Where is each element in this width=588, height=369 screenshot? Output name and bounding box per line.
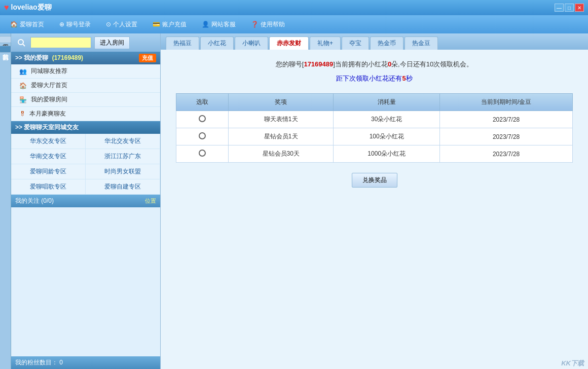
tab-duobao[interactable]: 夺宝 (342, 36, 369, 50)
tab-hot-gold-bean[interactable]: 热金豆 (405, 36, 438, 50)
friends-icon: 👥 (19, 68, 27, 75)
nav-charge[interactable]: 💳 账户充值 (153, 20, 187, 29)
position-button[interactable]: 位置 (145, 197, 156, 205)
menu-item-friends[interactable]: 👥 同城聊友推荐 (11, 64, 160, 79)
tab-xiaolaba[interactable]: 小喇叭 (235, 36, 268, 50)
nav-settings[interactable]: ⊙ 个人设置 (106, 20, 137, 29)
tab-bar: 热福豆 小红花 小喇叭 赤赤发财 礼物+ 夺宝 热金币 热金豆 (161, 33, 588, 50)
room-icon: 🏪 (19, 96, 27, 103)
prize-name-2: 星钻会员1天 (229, 128, 334, 145)
settings-icon: ⊙ (106, 21, 111, 28)
my-aichat-header: >> 我的爱聊 (17169489) 充值 (11, 52, 160, 64)
close-button[interactable]: ✕ (575, 4, 584, 12)
radio-button-3[interactable] (199, 150, 206, 157)
charge-button[interactable]: 充值 (139, 54, 156, 62)
right-content: 热福豆 小红花 小喇叭 赤赤发财 礼物+ 夺宝 热金币 热金豆 您的聊号[171… (161, 33, 588, 369)
search-button[interactable] (15, 36, 27, 49)
col-header-cost: 消耗量 (334, 94, 440, 111)
tab-xiaohonghua[interactable]: 小红花 (200, 36, 234, 50)
col-header-select: 选取 (176, 94, 229, 111)
login-icon: ⊕ (59, 21, 64, 28)
region-section-header: >> 爱聊聊天室同城交友 (11, 121, 160, 134)
region-fashion[interactable]: 时尚男女联盟 (86, 164, 160, 179)
menu-item-home[interactable]: 🏠 爱聊大厅首页 (11, 79, 160, 93)
maximize-button[interactable]: □ (565, 4, 574, 12)
nav-service[interactable]: 👤 网站客服 (202, 20, 236, 29)
side-tabs: 聊天大厅 我的留言 (0, 33, 11, 369)
follow-list-area (11, 207, 160, 356)
radio-button-2[interactable] (199, 132, 206, 139)
exchange-button[interactable]: 兑换奖品 (352, 173, 397, 188)
side-tab-chat-hall[interactable]: 聊天大厅 (0, 36, 11, 43)
prize-name-3: 星钻会员30天 (229, 145, 334, 163)
charge-icon: 💳 (153, 21, 160, 28)
logo-text: loveliao爱聊 (11, 3, 52, 12)
prize-name-1: 聊天表情1天 (229, 111, 334, 128)
tab-gift-plus[interactable]: 礼物+ (310, 36, 341, 50)
prize-cost-2: 100朵小红花 (334, 128, 440, 145)
radio-cell-1[interactable] (176, 111, 229, 128)
tab-chichibogai[interactable]: 赤赤发财 (269, 36, 309, 50)
region-grid: 华东交友专区 华北交友专区 华南交友专区 浙江江苏广东 爱聊同龄专区 时尚男女联… (11, 134, 160, 195)
radio-cell-3[interactable] (176, 145, 229, 163)
table-row: 聊天表情1天 30朵小红花 2023/7/28 (176, 111, 573, 128)
table-row: 星钻会员30天 1000朵小红花 2023/7/28 (176, 145, 573, 163)
region-age[interactable]: 爱聊同龄专区 (11, 164, 86, 179)
region-custom[interactable]: 爱聊自建专区 (86, 179, 160, 195)
prize-table: 选取 奖项 消耗量 当前到期时间/金豆 聊天表情1天 30朵小红花 2023/7… (176, 93, 573, 163)
enter-room-button[interactable]: 进入房间 (94, 36, 130, 49)
region-north[interactable]: 华北交友专区 (86, 134, 160, 149)
logo-heart-icon: ♥ (4, 3, 9, 12)
region-east[interactable]: 华东交友专区 (11, 134, 86, 149)
info-line: 您的聊号[17169489]当前拥有的小红花0朵,今日还有10次领取机会。 (176, 60, 573, 69)
search-bar: 进入房间 (11, 33, 160, 52)
titlebar: ♥ loveliao爱聊 — □ ✕ (0, 0, 588, 15)
menu-item-monthly[interactable]: 🎖 本月豪爽聊友 (11, 107, 160, 121)
home2-icon: 🏠 (19, 82, 27, 89)
nav-login[interactable]: ⊕ 聊号登录 (59, 20, 91, 29)
star-icon: 🎖 (19, 110, 25, 118)
help-icon: ❓ (251, 21, 259, 28)
prize-expire-2: 2023/7/28 (440, 128, 573, 145)
region-south[interactable]: 华南交友专区 (11, 149, 86, 164)
nav-help[interactable]: ❓ 使用帮助 (251, 20, 285, 29)
top-navigation: 🏠 爱聊首页 ⊕ 聊号登录 ⊙ 个人设置 💳 账户充值 👤 网站客服 ❓ 使用帮… (0, 15, 588, 33)
region-singing[interactable]: 爱聊唱歌专区 (11, 179, 86, 195)
main-layout: 聊天大厅 我的留言 进入房间 >> 我的爱聊 (17169489) 充值 (0, 33, 588, 369)
my-follow-header: 我的关注 (0/0) 位置 (11, 195, 160, 207)
nav-home[interactable]: 🏠 爱聊首页 (10, 20, 44, 29)
svg-line-1 (23, 44, 25, 46)
minimize-button[interactable]: — (555, 4, 564, 12)
window-controls: — □ ✕ (555, 4, 584, 12)
countdown-text: 距下次领取小红花还有5秒 (176, 74, 573, 83)
fan-count-bar: 我的粉丝数目： 0 (11, 356, 160, 369)
menu-item-room[interactable]: 🏪 我的爱聊房间 (11, 93, 160, 107)
search-icon (17, 38, 26, 47)
table-row: 星钻会员1天 100朵小红花 2023/7/28 (176, 128, 573, 145)
col-header-expire: 当前到期时间/金豆 (440, 94, 573, 111)
content-area: 您的聊号[17169489]当前拥有的小红花0朵,今日还有10次领取机会。 距下… (161, 50, 588, 369)
side-tab-messages[interactable]: 我的留言 (0, 46, 11, 53)
menu-section: 👥 同城聊友推荐 🏠 爱聊大厅首页 🏪 我的爱聊房间 🎖 本月豪爽聊友 (11, 64, 160, 121)
radio-cell-2[interactable] (176, 128, 229, 145)
watermark: KK下载 (561, 359, 584, 368)
col-header-prize: 奖项 (229, 94, 334, 111)
prize-cost-1: 30朵小红花 (334, 111, 440, 128)
region-zhejiang[interactable]: 浙江江苏广东 (86, 149, 160, 164)
home-icon: 🏠 (10, 21, 18, 28)
left-panel: 进入房间 >> 我的爱聊 (17169489) 充值 👥 同城聊友推荐 🏠 爱聊… (11, 33, 161, 369)
radio-button-1[interactable] (199, 115, 206, 122)
tab-refudou[interactable]: 热福豆 (166, 36, 199, 50)
svg-point-0 (18, 40, 23, 45)
logo: ♥ loveliao爱聊 (4, 3, 52, 12)
prize-cost-3: 1000朵小红花 (334, 145, 440, 163)
prize-expire-3: 2023/7/28 (440, 145, 573, 163)
search-input[interactable] (30, 37, 91, 48)
service-icon: 👤 (202, 21, 209, 28)
my-aichat-label: >> 我的爱聊 (17169489) (15, 54, 83, 62)
prize-expire-1: 2023/7/28 (440, 111, 573, 128)
my-follow-label: 我的关注 (0/0) (15, 197, 54, 205)
tab-hot-gold-coin[interactable]: 热金币 (370, 36, 403, 50)
